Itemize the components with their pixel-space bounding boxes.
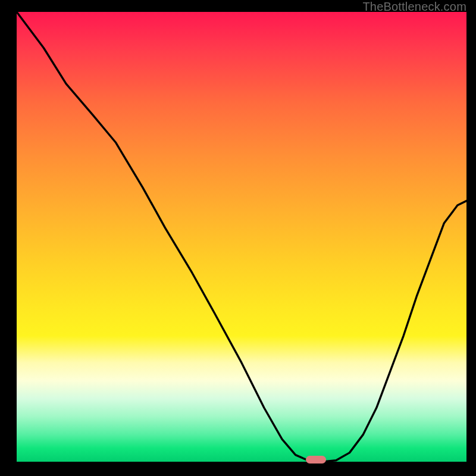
chart-frame: TheBottleneck.com xyxy=(0,0,476,476)
watermark-text: TheBottleneck.com xyxy=(362,0,466,14)
optimal-marker xyxy=(306,456,326,464)
plot-area xyxy=(17,12,466,462)
